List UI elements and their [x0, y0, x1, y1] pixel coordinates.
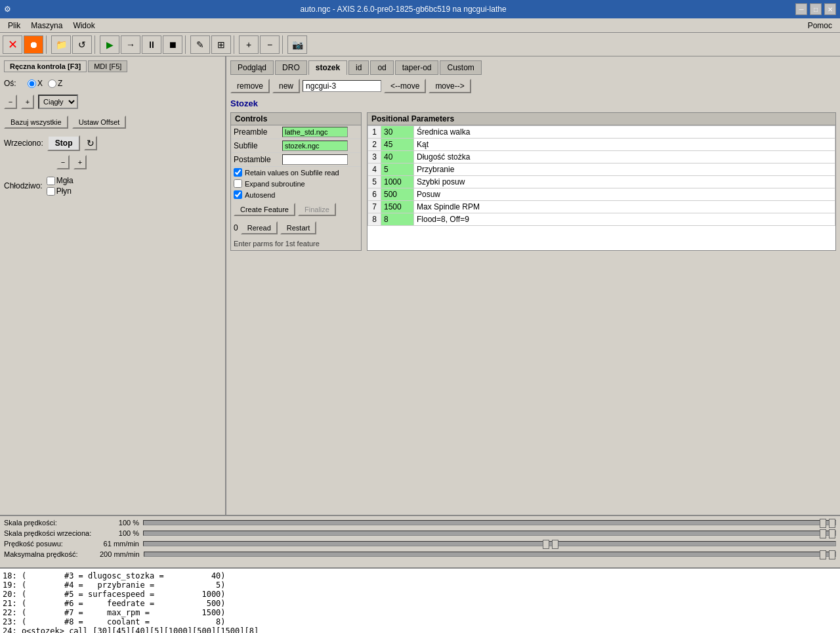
autosend-checkbox[interactable] — [234, 190, 242, 199]
reread-button[interactable]: Reread — [241, 221, 278, 234]
param-desc-5: Posuw — [414, 188, 835, 201]
stop-x-button[interactable]: ✕ — [3, 35, 22, 54]
tab-mdi[interactable]: MDI [F5] — [88, 60, 127, 72]
speed-minus-button[interactable]: − — [4, 95, 17, 109]
speed-plus-button[interactable]: + — [21, 95, 34, 109]
spindle-stop-button[interactable]: Stop — [47, 135, 81, 151]
spindle-ccw-button[interactable]: ↻ — [84, 136, 97, 150]
menu-maszyna[interactable]: Maszyna — [26, 20, 68, 32]
param-val-2[interactable]: 40 — [381, 151, 414, 164]
table-row: 8 8 Flood=8, Off=9 — [368, 213, 835, 226]
coolant-mgla-label: Mgła — [56, 176, 74, 185]
slider-max-speed: Maksymalna prędkość: 200 mm/min — [4, 550, 836, 558]
pause2-button[interactable]: ⏸ — [142, 35, 161, 54]
tab-custom[interactable]: Custom — [440, 60, 481, 75]
camera-button[interactable]: 📷 — [287, 35, 307, 54]
edit-button[interactable]: ✎ — [190, 35, 210, 54]
table-row: 1 30 Średnica walka — [368, 126, 835, 139]
sliders-section: Skala prędkości: 100 % Skala prędkości w… — [0, 515, 840, 567]
slider-max-label: Maksymalna prędkość: — [4, 550, 96, 558]
postamble-input[interactable] — [282, 154, 348, 165]
remove-button[interactable]: remove — [230, 79, 270, 93]
coolant-plyn[interactable]: Płyn — [47, 186, 74, 196]
preamble-input[interactable] — [282, 127, 348, 137]
feature-name-input[interactable] — [303, 80, 381, 92]
maximize-button[interactable]: □ — [810, 3, 822, 15]
subfile-input[interactable] — [282, 141, 348, 151]
spindle-adjust-row: − + — [56, 155, 221, 169]
play-button[interactable]: ▶ — [100, 35, 119, 54]
axis-z-radio[interactable]: Z — [48, 79, 62, 88]
move-right-button[interactable]: move--> — [429, 79, 471, 93]
retain-checkbox[interactable] — [234, 168, 242, 177]
slider-speed-value: 100 % — [100, 519, 139, 527]
minimize-button[interactable]: ─ — [795, 3, 807, 15]
table-row: 3 40 Długość stożka — [368, 151, 835, 164]
menu-pomoc[interactable]: Pomoc — [803, 20, 837, 32]
param-val-7[interactable]: 8 — [381, 213, 414, 226]
pause-button[interactable]: ⏺ — [24, 35, 43, 54]
slider-speed-track[interactable] — [143, 520, 836, 525]
grid-button[interactable]: ⊞ — [211, 35, 231, 54]
gcode-line: 23: ( #8 = coolant = 8) — [3, 617, 837, 626]
tab-podglad[interactable]: Podgląd — [230, 60, 274, 75]
param-desc-7: Flood=8, Off=9 — [414, 213, 835, 226]
titlebar: ⚙ auto.ngc - AXIS 2.6.0-pre0-1825-gb6bc5… — [0, 0, 840, 18]
reload-button[interactable]: ↺ — [72, 35, 92, 54]
ustaw-offset-button[interactable]: Ustaw Offset — [72, 116, 127, 129]
gcode-area[interactable]: 18: ( #3 = dlugosc_stozka = 40)19: ( #4 … — [0, 567, 840, 633]
step-forward-button[interactable]: → — [121, 35, 140, 54]
tab-manual-control[interactable]: Ręczna kontrola [F3] — [4, 60, 87, 72]
menu-plik[interactable]: Plik — [3, 20, 26, 32]
spindle-row: Wrzeciono: Stop ↻ — [4, 135, 221, 151]
param-desc-6: Max Spindle RPM — [414, 201, 835, 213]
menu-widok[interactable]: Widok — [68, 20, 100, 32]
coolant-mgla[interactable]: Mgła — [47, 176, 74, 185]
tab-id[interactable]: id — [348, 60, 369, 75]
params-table: 1 30 Średnica walka 2 45 Kąt 3 40 Długoś… — [368, 125, 835, 226]
tab-taper-od[interactable]: taper-od — [395, 60, 439, 75]
coolant-mgla-check[interactable] — [47, 177, 55, 185]
param-val-1[interactable]: 45 — [381, 139, 414, 151]
param-val-5[interactable]: 500 — [381, 188, 414, 201]
tab-od[interactable]: od — [370, 60, 393, 75]
tab-dro[interactable]: DRO — [275, 60, 307, 75]
axis-z-input[interactable] — [48, 79, 56, 88]
create-feature-button[interactable]: Create Feature — [234, 203, 295, 216]
bazuj-button[interactable]: Bazuj wszystkie — [4, 116, 68, 129]
spindle-plus-button[interactable]: + — [74, 155, 87, 169]
open-button[interactable]: 📁 — [51, 35, 71, 54]
axis-x-input[interactable] — [28, 79, 36, 88]
finalize-button[interactable]: Finalize — [298, 203, 336, 216]
slider-spindle-track[interactable] — [143, 531, 836, 536]
axis-radio-group: X Z — [28, 79, 62, 88]
plus-button[interactable]: + — [239, 35, 259, 54]
minus-button[interactable]: − — [260, 35, 280, 54]
params-header: Positional Parameters — [368, 113, 835, 125]
coolant-plyn-check[interactable] — [47, 187, 55, 196]
close-button[interactable]: ✕ — [824, 3, 836, 15]
param-val-4[interactable]: 1000 — [381, 176, 414, 188]
param-num-1: 2 — [368, 139, 381, 151]
slider-max-track[interactable] — [144, 552, 836, 557]
slider-feed-track[interactable] — [143, 541, 836, 546]
param-val-3[interactable]: 5 — [381, 164, 414, 176]
param-val-6[interactable]: 1500 — [381, 201, 414, 213]
restart-button[interactable]: Restart — [280, 221, 316, 234]
slider-feed-label: Prędkość posuwu: — [4, 540, 96, 548]
slider-speed: Skala prędkości: 100 % — [4, 519, 836, 527]
spindle-minus-button[interactable]: − — [56, 155, 70, 169]
param-num-4: 5 — [368, 176, 381, 188]
stop-button[interactable]: ⏹ — [163, 35, 182, 54]
param-val-0[interactable]: 30 — [381, 126, 414, 139]
tab-stozek[interactable]: stozek — [308, 60, 347, 75]
axis-x-label: X — [37, 79, 43, 88]
axis-label: Oś: — [4, 79, 24, 88]
new-button[interactable]: new — [272, 79, 300, 93]
axis-x-radio[interactable]: X — [28, 79, 43, 88]
axis-z-label: Z — [58, 79, 62, 88]
expand-checkbox[interactable] — [234, 179, 242, 188]
param-num-6: 7 — [368, 201, 381, 213]
move-left-button[interactable]: <--move — [384, 79, 426, 93]
mode-select[interactable]: Ciągły Impuls — [38, 95, 78, 109]
